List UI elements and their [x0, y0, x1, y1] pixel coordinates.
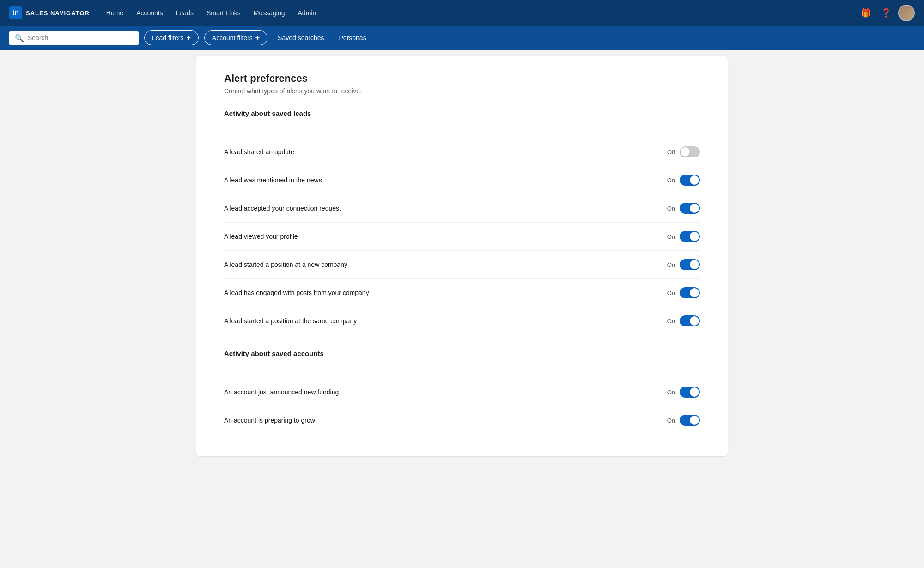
alert-label: A lead shared an update	[224, 148, 294, 156]
alert-row: An account just announced new fundingOn	[224, 378, 700, 406]
accounts-alerts-list: An account just announced new fundingOnA…	[224, 378, 700, 434]
alert-row: A lead viewed your profileOn	[224, 223, 700, 251]
nav-item-accounts[interactable]: Accounts	[131, 6, 169, 20]
alert-row: A lead has engaged with posts from your …	[224, 279, 700, 307]
toggle-state-label: On	[666, 261, 675, 268]
toggle-switch[interactable]	[680, 175, 700, 186]
toggle-state-label: On	[666, 233, 675, 240]
alert-row: A lead accepted your connection requestO…	[224, 194, 700, 223]
account-filters-button[interactable]: Account filters +	[204, 30, 267, 45]
divider-accounts	[224, 367, 700, 367]
saved-searches-link[interactable]: Saved searches	[273, 31, 328, 44]
alert-row: A lead shared an updateOff	[224, 138, 700, 166]
alert-label: A lead has engaged with posts from your …	[224, 289, 369, 296]
toggle-switch[interactable]	[680, 259, 700, 270]
search-bar: 🔍 Lead filters + Account filters + Saved…	[0, 26, 924, 50]
alert-label: A lead was mentioned in the news	[224, 176, 322, 184]
lead-filters-label: Lead filters	[152, 34, 183, 42]
toggle-switch[interactable]	[680, 146, 700, 157]
nav-item-home[interactable]: Home	[101, 6, 129, 20]
toggle-switch[interactable]	[680, 415, 700, 426]
toggle-switch[interactable]	[680, 287, 700, 298]
gift-icon[interactable]: 🎁	[857, 5, 874, 21]
divider-leads	[224, 127, 700, 127]
toggle-group: On	[666, 259, 700, 270]
personas-link[interactable]: Personas	[334, 31, 371, 44]
toggle-state-label: On	[666, 417, 675, 424]
toggle-group: On	[666, 315, 700, 326]
lead-filters-button[interactable]: Lead filters +	[144, 30, 199, 45]
toggle-group: On	[666, 387, 700, 398]
alert-row: A lead started a position at the same co…	[224, 307, 700, 335]
toggle-switch[interactable]	[680, 387, 700, 398]
help-icon[interactable]: ❓	[878, 5, 894, 21]
toggle-switch[interactable]	[680, 315, 700, 326]
toggle-switch[interactable]	[680, 203, 700, 214]
nav-icons: 🎁 ❓	[857, 5, 915, 21]
toggle-group: On	[666, 203, 700, 214]
toggle-group: On	[666, 175, 700, 186]
page-subtitle: Control what types of alerts you want to…	[224, 87, 700, 95]
search-icon: 🔍	[15, 34, 24, 42]
navbar: in SALES NAVIGATOR Home Accounts Leads S…	[0, 0, 924, 26]
alert-label: A lead viewed your profile	[224, 233, 298, 240]
toggle-state-label: Off	[666, 149, 675, 156]
alert-label: A lead started a position at a new compa…	[224, 261, 347, 268]
alert-label: An account is preparing to grow	[224, 417, 315, 424]
toggle-group: On	[666, 231, 700, 242]
avatar[interactable]	[898, 5, 915, 21]
account-filters-label: Account filters	[212, 34, 253, 42]
search-input[interactable]	[28, 34, 133, 42]
toggle-state-label: On	[666, 318, 675, 325]
toggle-switch[interactable]	[680, 231, 700, 242]
nav-item-messaging[interactable]: Messaging	[248, 6, 291, 20]
nav-item-admin[interactable]: Admin	[292, 6, 322, 20]
toggle-group: Off	[666, 146, 700, 157]
lead-filters-plus-icon: +	[186, 34, 190, 42]
alert-preferences-card: Alert preferences Control what types of …	[196, 56, 728, 456]
alert-label: A lead started a position at the same co…	[224, 317, 357, 325]
linkedin-icon: in	[9, 6, 22, 19]
nav-logo[interactable]: in SALES NAVIGATOR	[9, 6, 90, 19]
nav-logo-text: SALES NAVIGATOR	[26, 10, 90, 17]
nav-item-leads[interactable]: Leads	[170, 6, 199, 20]
toggle-group: On	[666, 415, 700, 426]
alert-label: A lead accepted your connection request	[224, 205, 341, 212]
alert-row: A lead started a position at a new compa…	[224, 251, 700, 279]
nav-links: Home Accounts Leads Smart Links Messagin…	[101, 6, 857, 20]
toggle-state-label: On	[666, 205, 675, 212]
page-title: Alert preferences	[224, 73, 700, 85]
main-content: Alert preferences Control what types of …	[0, 50, 924, 462]
account-filters-plus-icon: +	[255, 34, 260, 42]
toggle-group: On	[666, 287, 700, 298]
nav-item-smart-links[interactable]: Smart Links	[201, 6, 246, 20]
section-leads-title: Activity about saved leads	[224, 109, 700, 117]
toggle-state-label: On	[666, 389, 675, 396]
leads-alerts-list: A lead shared an updateOffA lead was men…	[224, 138, 700, 335]
section-accounts-title: Activity about saved accounts	[224, 350, 700, 357]
alert-label: An account just announced new funding	[224, 388, 339, 396]
toggle-state-label: On	[666, 177, 675, 184]
toggle-state-label: On	[666, 290, 675, 296]
search-wrapper[interactable]: 🔍	[9, 31, 139, 45]
alert-row: A lead was mentioned in the newsOn	[224, 166, 700, 194]
alert-row: An account is preparing to growOn	[224, 406, 700, 434]
